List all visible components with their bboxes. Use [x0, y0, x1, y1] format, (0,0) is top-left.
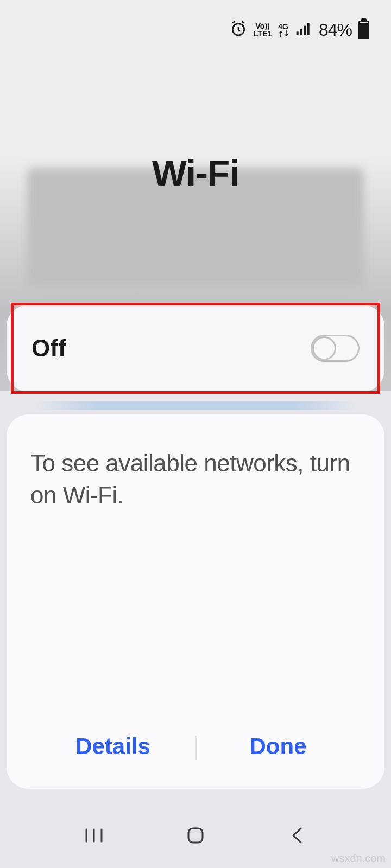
watermark: wsxdn.com [331, 852, 386, 865]
svg-rect-4 [307, 23, 310, 35]
home-button[interactable] [168, 819, 223, 852]
wifi-toggle-row[interactable]: Off [7, 305, 384, 392]
details-button[interactable]: Details [30, 731, 195, 762]
done-button[interactable]: Done [195, 731, 361, 762]
info-card: To see available networks, turn on Wi-Fi… [7, 414, 384, 789]
battery-percent: 84% [319, 20, 352, 40]
data-arrows [279, 30, 288, 37]
wifi-toggle-switch[interactable] [311, 335, 360, 362]
volte-top: Vo)) [256, 22, 270, 30]
svg-rect-1 [297, 31, 299, 35]
toggle-label: Off [31, 335, 66, 362]
data-top: 4G [278, 23, 288, 30]
volte-bottom: LTE1 [254, 30, 272, 37]
status-bar: Vo)) LTE1 4G 84% [0, 0, 391, 60]
recents-button[interactable] [67, 819, 121, 852]
alarm-icon [230, 20, 247, 40]
info-message: To see available networks, turn on Wi-Fi… [30, 447, 361, 512]
divider-glow [33, 401, 358, 410]
action-row: Details Done [30, 731, 361, 789]
signal-icon [295, 20, 312, 40]
battery-icon [358, 21, 369, 39]
svg-rect-3 [304, 26, 306, 35]
back-button[interactable] [270, 819, 324, 852]
toggle-knob [312, 336, 336, 360]
volte-indicator: Vo)) LTE1 [254, 22, 272, 37]
svg-rect-2 [300, 29, 302, 35]
data-indicator: 4G [278, 23, 288, 37]
page-title: Wi-Fi [0, 152, 391, 194]
svg-rect-8 [188, 828, 203, 843]
